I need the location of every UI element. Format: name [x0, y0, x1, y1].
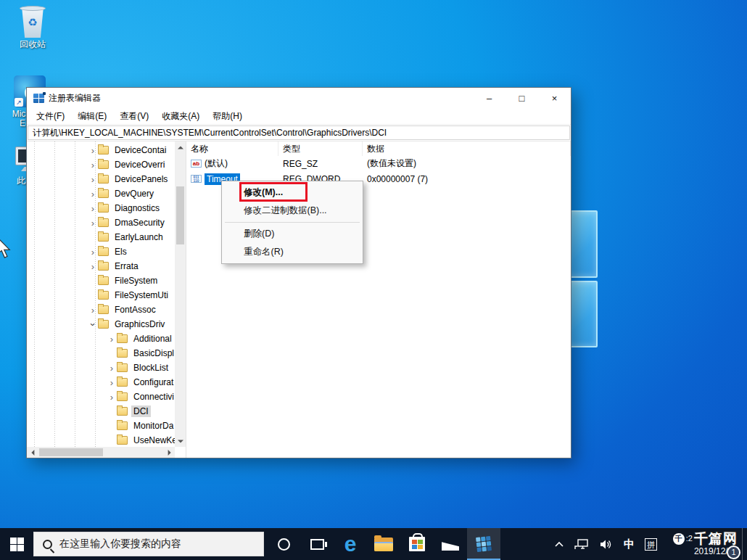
tree-item-FileSystem[interactable]: FileSystem — [27, 273, 175, 288]
system-tray: 中 拼 千 :2 千篇网 2019/12/20 1 — [549, 528, 747, 560]
column-header[interactable]: 类型 — [278, 141, 363, 156]
menu-item[interactable]: 编辑(E) — [71, 110, 113, 123]
tree-item-Additional[interactable]: ›Additional — [27, 332, 175, 346]
scroll-up-icon[interactable] — [175, 141, 186, 152]
regedit-window: 注册表编辑器 – □ × 文件(F)编辑(E)查看(V)收藏夹(A)帮助(H) … — [26, 87, 571, 458]
tree-item-label: FileSystem — [112, 275, 160, 287]
tree-vertical-scrollbar[interactable] — [175, 141, 186, 447]
scrollbar-thumb[interactable] — [176, 186, 184, 244]
tree-item-label: UseNewKe — [131, 435, 175, 446]
shortcut-arrow-icon: ↗ — [15, 98, 23, 107]
clock-time-fragment: :2 — [686, 533, 693, 544]
tree-item-label: GraphicsDriv — [112, 318, 167, 330]
column-header[interactable]: 数据 — [363, 141, 571, 156]
tree-item-GraphicsDriv[interactable]: ›GraphicsDriv — [27, 317, 175, 332]
tree-item-UseNewKe[interactable]: UseNewKe — [27, 433, 175, 447]
taskbar-app-task-view[interactable] — [300, 528, 334, 560]
cortana-icon — [278, 538, 290, 551]
volume-icon[interactable] — [594, 539, 619, 550]
close-button[interactable]: × — [538, 88, 571, 108]
expander-icon[interactable]: › — [88, 160, 98, 170]
show-desktop-button[interactable] — [742, 528, 747, 560]
tree-item-label: BlockList — [131, 362, 170, 374]
expander-icon[interactable]: › — [107, 392, 117, 403]
taskbar-app-store[interactable] — [400, 528, 434, 560]
menu-item[interactable]: 文件(F) — [30, 110, 71, 123]
expander-icon[interactable]: › — [88, 247, 98, 258]
search-input[interactable]: 在这里输入你要搜索的内容 — [33, 532, 264, 556]
tree-item-FileSystemUti[interactable]: FileSystemUti — [27, 288, 175, 302]
tree-item-Diagnostics[interactable]: ›Diagnostics — [27, 201, 175, 215]
tree-item-DmaSecurity[interactable]: ›DmaSecurity — [27, 215, 175, 230]
tree-item-DCI[interactable]: DCI — [27, 404, 175, 419]
folder-icon — [98, 146, 109, 155]
folder-icon — [98, 320, 109, 329]
address-bar[interactable]: 计算机\HKEY_LOCAL_MACHINE\SYSTEM\CurrentCon… — [28, 125, 570, 140]
expander-icon[interactable]: › — [107, 363, 117, 374]
menu-item[interactable]: 收藏夹(A) — [155, 110, 206, 123]
clock[interactable]: 千 :2 千篇网 2019/12/20 1 — [664, 532, 738, 557]
maximize-button[interactable]: □ — [505, 88, 538, 108]
minimize-button[interactable]: – — [473, 88, 505, 108]
title-bar[interactable]: 注册表编辑器 – □ × — [27, 88, 571, 108]
scroll-right-icon[interactable] — [164, 447, 175, 458]
tree-item-DeviceOverri[interactable]: ›DeviceOverri — [27, 157, 175, 172]
tray-chevron-up-icon[interactable] — [549, 540, 569, 548]
scrollbar-thumb[interactable] — [39, 448, 103, 456]
tree-item-Connectivi[interactable]: ›Connectivi — [27, 390, 175, 404]
expander-icon[interactable]: › — [88, 319, 99, 329]
expander-icon[interactable]: › — [88, 218, 98, 228]
highlight-annotation — [239, 182, 308, 202]
taskbar-app-cortana[interactable] — [267, 528, 300, 560]
menu-item-rename[interactable]: 重命名(R) — [223, 243, 361, 261]
tree-item-DeviceContai[interactable]: ›DeviceContai — [27, 143, 175, 157]
taskbar-app-file-explorer[interactable] — [367, 528, 400, 560]
menu-item[interactable]: 帮助(H) — [206, 110, 249, 123]
folder-icon — [117, 392, 128, 401]
mail-icon — [442, 538, 459, 551]
column-header[interactable]: 名称 — [186, 141, 278, 156]
expander-icon[interactable]: › — [88, 305, 98, 316]
tree-item-Els[interactable]: ›Els — [27, 244, 175, 259]
taskbar-app-mail[interactable] — [434, 528, 467, 560]
expander-icon[interactable]: › — [88, 174, 98, 185]
expander-icon[interactable]: › — [107, 377, 117, 388]
desktop-icon-recycle-bin[interactable]: ♻ 回收站 — [10, 4, 55, 49]
ime-language-indicator[interactable]: 中 — [619, 538, 640, 551]
mouse-cursor — [0, 236, 12, 258]
notification-badge[interactable]: 1 — [727, 545, 740, 559]
start-button[interactable] — [0, 528, 33, 560]
expander-icon[interactable]: › — [88, 203, 98, 214]
tree-item-BlockList[interactable]: ›BlockList — [27, 361, 175, 375]
tree-item-DevicePanels[interactable]: ›DevicePanels — [27, 172, 175, 186]
tree-item-Configurat[interactable]: ›Configurat — [27, 375, 175, 390]
tree-item-Errata[interactable]: ›Errata — [27, 259, 175, 273]
tree-item-label: DevicePanels — [112, 173, 170, 185]
scroll-down-icon[interactable] — [175, 436, 186, 447]
watermark-logo-icon: 千 — [673, 533, 685, 545]
menu-item-delete[interactable]: 删除(D) — [223, 225, 361, 243]
tree-item-label: Els — [112, 246, 129, 258]
scroll-left-icon[interactable] — [27, 447, 38, 458]
expander-icon[interactable]: › — [88, 145, 98, 156]
taskbar-app-edge[interactable]: e — [334, 528, 367, 560]
tree-horizontal-scrollbar[interactable] — [27, 447, 175, 458]
taskbar-app-regedit[interactable] — [467, 528, 500, 560]
folder-icon — [98, 218, 109, 227]
tree-item-FontAssoc[interactable]: ›FontAssoc — [27, 302, 175, 317]
tree-item-BasicDispl[interactable]: BasicDispl — [27, 346, 175, 361]
expander-icon[interactable]: › — [88, 189, 98, 199]
tree-item-DevQuery[interactable]: ›DevQuery — [27, 186, 175, 201]
tree-item-label: Connectivi — [131, 391, 175, 403]
expander-icon[interactable]: › — [88, 261, 98, 272]
tree-item-MonitorDa[interactable]: MonitorDa — [27, 419, 175, 433]
regedit-icon — [476, 536, 492, 552]
expander-icon[interactable]: › — [107, 334, 117, 345]
ime-mode-icon[interactable]: 拼 — [640, 538, 662, 551]
task-view-icon — [310, 539, 324, 550]
registry-value-row[interactable]: ab(默认)REG_SZ(数值未设置) — [186, 156, 571, 171]
menu-item-modify-binary[interactable]: 修改二进制数据(B)... — [223, 202, 361, 220]
tree-item-EarlyLaunch[interactable]: EarlyLaunch — [27, 230, 175, 244]
menu-item[interactable]: 查看(V) — [113, 110, 155, 123]
network-icon[interactable] — [569, 539, 594, 550]
